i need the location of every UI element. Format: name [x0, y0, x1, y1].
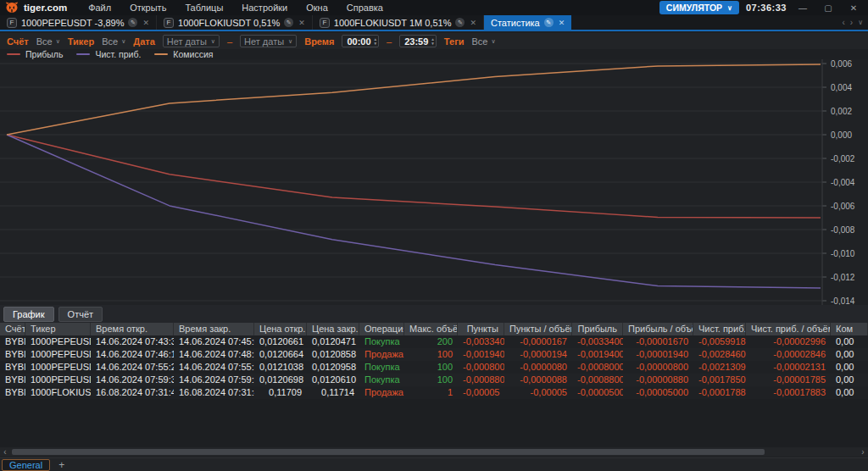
time-to-input[interactable]: 23:59 ▴ ▾: [399, 35, 437, 47]
cell: -0,00194000: [572, 348, 623, 361]
cell: 0,0120664: [254, 348, 307, 361]
cell: 1000PEPEUSDT: [25, 335, 91, 348]
cell: -0,00017883: [693, 386, 746, 399]
edit-icon[interactable]: ✎: [128, 18, 137, 27]
close-button[interactable]: ✕: [844, 3, 863, 13]
workspace-tab-general[interactable]: General: [2, 459, 50, 471]
y-tick-label: -0,012: [831, 273, 855, 282]
date-from-dropdown[interactable]: Нет даты ∨: [163, 35, 220, 47]
cell: 14.06.2024 07:43:38: [91, 335, 174, 348]
table-row[interactable]: BYBIT1000PEPEUSDT14.06.2024 07:59:3114.0…: [0, 374, 868, 386]
cell: 14.06.2024 07:46:16: [91, 348, 174, 361]
tags-filter-dropdown[interactable]: Все ∨: [471, 36, 495, 47]
ticker-filter-dropdown[interactable]: Все ∨: [102, 36, 125, 47]
column-header-Цена закр.[interactable]: Цена закр.: [307, 323, 359, 335]
column-header-Прибыль / объём[interactable]: Прибыль / объём: [623, 323, 693, 335]
column-header-Пункты / объём[interactable]: Пункты / объём: [504, 323, 572, 335]
column-header-Ком[interactable]: Ком: [831, 323, 868, 335]
column-header-Операция[interactable]: Операция: [359, 323, 404, 335]
menu-items: ФайлОткрытьТаблицыНастройкиОкнаСправка: [79, 1, 392, 14]
cell: -0,00005000: [572, 386, 623, 399]
maximize-button[interactable]: ▢: [819, 3, 837, 13]
subtab-Отчёт[interactable]: Отчёт: [58, 307, 103, 322]
y-tick-label: 0,006: [831, 59, 852, 69]
tab-1000FLOKIUSDT 0,51%[interactable]: F1000FLOKIUSDT 0,51%✎✕: [157, 15, 313, 30]
chevron-down-icon: ∨: [56, 38, 60, 45]
table-row[interactable]: BYBIT1000PEPEUSDT14.06.2024 07:43:3814.0…: [0, 335, 868, 348]
time-range-dash: –: [387, 36, 392, 47]
time-from-spinner[interactable]: ▴ ▾: [375, 37, 377, 46]
menu-item-Открыть[interactable]: Открыть: [120, 1, 175, 14]
column-header-Макс. объём[interactable]: Макс. объём: [404, 323, 458, 335]
column-header-Время закр.[interactable]: Время закр.: [174, 323, 254, 335]
close-icon[interactable]: ✕: [558, 19, 565, 27]
cell: 14.06.2024 07:59:31: [91, 374, 174, 386]
table-row[interactable]: BYBIT1000PEPEUSDT14.06.2024 07:55:2514.0…: [0, 361, 868, 374]
series-Прибыль: [7, 135, 821, 218]
legend-label: Чист. приб.: [95, 49, 141, 59]
close-icon[interactable]: ✕: [469, 19, 476, 27]
cell: -0,00002996: [746, 335, 831, 348]
menu-item-Настройки[interactable]: Настройки: [232, 1, 297, 14]
y-tick-label: -0,004: [831, 178, 855, 187]
simulator-button[interactable]: СИМУЛЯТОР ∨: [659, 1, 739, 14]
chevron-down-icon: ∨: [211, 38, 215, 45]
column-header-Тикер[interactable]: Тикер: [25, 323, 91, 335]
doc-tabbar: F1000PEPEUSDT -3,89%✎✕F1000FLOKIUSDT 0,5…: [0, 15, 868, 31]
add-workspace-button[interactable]: +: [50, 459, 73, 471]
menu-item-Файл[interactable]: Файл: [79, 1, 120, 14]
cell: -0,00000880: [623, 374, 693, 386]
scrollbar-thumb[interactable]: [12, 449, 765, 455]
tab-Статистика[interactable]: Статистика✎✕: [484, 15, 571, 30]
minimize-button[interactable]: —: [793, 3, 812, 13]
tabs-scroll-left-icon[interactable]: ‹: [842, 18, 844, 27]
scroll-left-icon[interactable]: ‹: [0, 447, 10, 457]
edit-icon[interactable]: ✎: [544, 18, 554, 27]
legend-label: Прибыль: [25, 49, 63, 59]
column-header-Счёт[interactable]: Счёт: [0, 323, 25, 335]
tab-1000PEPEUSDT -3,89%[interactable]: F1000PEPEUSDT -3,89%✎✕: [0, 15, 157, 30]
close-icon[interactable]: ✕: [142, 19, 149, 27]
time-from-input[interactable]: 00:00 ▴ ▾: [342, 35, 379, 47]
account-filter-dropdown[interactable]: Все ∨: [36, 36, 60, 47]
table-row[interactable]: BYBIT1000FLOKIUSDT16.08.2024 07:31:4016.…: [0, 386, 868, 399]
menu-item-Справка[interactable]: Справка: [337, 1, 392, 14]
tab-label: 1000PEPEUSDT -3,89%: [21, 18, 124, 28]
column-header-Цена откр.[interactable]: Цена откр.: [254, 323, 307, 335]
column-header-Чист. приб. / объём[interactable]: Чист. приб. / объём: [746, 323, 831, 335]
cell: -0,00017883: [746, 386, 831, 399]
column-header-Чист. приб.[interactable]: Чист. приб.: [693, 323, 746, 335]
edit-icon[interactable]: ✎: [455, 18, 465, 27]
date-to-dropdown[interactable]: Нет даты ∨: [240, 35, 297, 47]
column-header-Прибыль[interactable]: Прибыль: [572, 323, 623, 335]
series-Чист. приб.: [7, 135, 821, 288]
table-body: BYBIT1000PEPEUSDT14.06.2024 07:43:3814.0…: [0, 335, 868, 399]
cell: -0,00000800: [623, 361, 693, 374]
scroll-right-icon[interactable]: ›: [858, 447, 868, 457]
column-header-Время откр.[interactable]: Время откр.: [91, 323, 174, 335]
legend-item[interactable]: Чист. приб.: [76, 49, 141, 59]
date-to-value: Нет даты: [244, 36, 284, 47]
clock: 07:36:33: [746, 3, 787, 13]
legend-item[interactable]: Прибыль: [7, 49, 63, 59]
close-icon[interactable]: ✕: [298, 19, 305, 27]
tab-scroll-controls: ‹ › ∨: [842, 15, 868, 30]
tabs-list-icon[interactable]: ∨: [858, 19, 863, 26]
legend-item[interactable]: Комиссия: [154, 49, 213, 59]
time-to-value: 23:59: [404, 36, 428, 47]
menu-item-Окна[interactable]: Окна: [297, 1, 337, 14]
cell: -0,00002131: [746, 361, 831, 374]
column-header-Пункты[interactable]: Пункты: [458, 323, 504, 335]
time-to-spinner[interactable]: ▴ ▾: [431, 37, 434, 46]
cell: 14.06.2024 07:55:25: [91, 361, 174, 374]
edit-icon[interactable]: ✎: [284, 18, 293, 27]
chevron-down-icon: ∨: [727, 4, 732, 12]
date-range-dash: –: [227, 36, 232, 47]
horizontal-scrollbar[interactable]: ‹ ›: [0, 447, 868, 457]
menu-item-Таблицы[interactable]: Таблицы: [175, 1, 232, 14]
tabs-scroll-right-icon[interactable]: ›: [850, 18, 853, 27]
cell: -0,00005: [458, 386, 504, 399]
tab-1000FLOKIUSDT 1M 0,51%[interactable]: F1000FLOKIUSDT 1M 0,51%✎✕: [313, 15, 484, 30]
subtab-График[interactable]: График: [3, 307, 54, 322]
table-row[interactable]: BYBIT1000PEPEUSDT14.06.2024 07:46:1614.0…: [0, 348, 868, 361]
